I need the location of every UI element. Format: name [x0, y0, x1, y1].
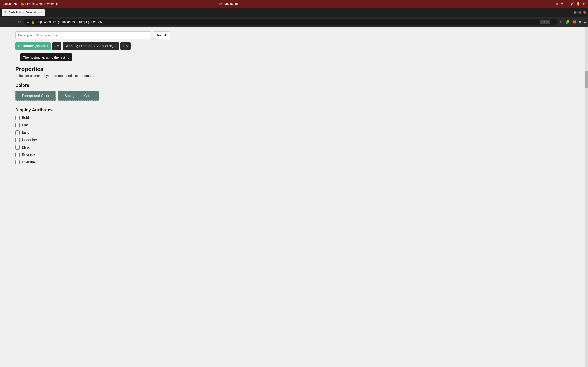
checkbox-italic-row: Italic	[15, 130, 573, 135]
paste-input[interactable]	[15, 32, 151, 39]
hamburger-menu-icon[interactable]: ≡	[584, 20, 586, 24]
maximize-button[interactable]: □	[578, 11, 581, 14]
shield-icon: 🛡	[26, 20, 30, 24]
overline-checkbox[interactable]	[15, 160, 20, 165]
url-right-icons: ⊛ 🧩 🦊 » ≡	[560, 20, 586, 24]
background-color-button[interactable]: Background Color	[58, 91, 99, 101]
chip-dash-close[interactable]: ×	[57, 44, 59, 48]
url-input[interactable]	[37, 20, 538, 24]
scrollbar-thumb[interactable]	[585, 71, 588, 88]
tooltip-box: The hostname, up to the first '.'.	[20, 53, 72, 61]
reverse-checkbox[interactable]	[15, 153, 20, 157]
color-buttons-row: Foreground Color Background Color	[15, 91, 573, 101]
clock: 15. Nov 02:16	[219, 2, 238, 6]
bold-checkbox[interactable]	[15, 116, 20, 120]
chip-workdir-label: Working Directory (Basename)	[65, 44, 113, 48]
menu-arrow-icon[interactable]: ▼	[582, 2, 585, 6]
checkbox-reverse-row: Reverse	[15, 153, 573, 157]
chip-dash[interactable]: - ×	[52, 42, 62, 50]
checkbox-overline-row: Overline	[15, 160, 573, 165]
checkbox-bold-row: Bold	[15, 116, 573, 120]
forward-button[interactable]: →	[10, 19, 15, 25]
page-content: Import Hostname (short) × - × Working Di…	[0, 27, 588, 367]
underline-label: Underline	[22, 138, 37, 142]
chip-workdir[interactable]: Working Directory (Basename) ×	[63, 42, 119, 50]
close-button[interactable]: ×	[583, 11, 586, 14]
chips-row: Hostname (short) × - × Working Directory…	[15, 42, 573, 50]
chip-workdir-close[interactable]: ×	[115, 44, 116, 48]
tab-title: Bash Prompt Generat…	[8, 11, 39, 14]
more-tools-icon[interactable]: »	[579, 20, 581, 24]
checkbox-dim-row: Dim	[15, 123, 573, 127]
underline-checkbox[interactable]	[15, 138, 20, 142]
scrollbar[interactable]	[585, 27, 588, 367]
lock-icon: 🔒	[31, 20, 35, 24]
checkbox-underline-row: Underline	[15, 138, 573, 142]
checkbox-blink-row: Blink	[15, 145, 573, 150]
new-tab-button[interactable]: +	[45, 10, 51, 15]
reverse-label: Reverse	[22, 153, 35, 157]
dim-label: Dim	[22, 123, 28, 127]
reload-button[interactable]: ↻	[17, 19, 22, 25]
zoom-badge[interactable]: 110%	[540, 20, 550, 24]
dim-checkbox[interactable]	[15, 123, 20, 127]
colors-heading: Colors	[15, 83, 573, 88]
browser-chrome: $. Bash Prompt Generat… × + — □ × ← → ↻ …	[0, 8, 588, 27]
bold-label: Bold	[22, 116, 29, 120]
chip-gt-label: >	[123, 44, 125, 48]
tooltip-text: The hostname, up to the first '.'.	[23, 56, 69, 59]
blink-label: Blink	[22, 145, 30, 150]
url-bar: ← → ↻ 🛡 🔒 110% ☆ ⊛ 🧩 🦊 » ≡	[0, 17, 588, 27]
url-input-wrap[interactable]: 🛡 🔒 110% ☆	[24, 19, 558, 25]
properties-subtext: Select an element of your prompt to edit…	[15, 74, 573, 78]
display-icon[interactable]: ⊞	[566, 2, 568, 6]
chip-hostname[interactable]: Hostname (short) ×	[15, 42, 51, 50]
chip-gt[interactable]: > ×	[120, 42, 131, 50]
minimize-button[interactable]: —	[574, 11, 577, 14]
tab-favicon: $.	[4, 11, 7, 14]
italic-checkbox[interactable]	[15, 130, 20, 135]
firefox-os-icon: 🦊	[20, 2, 24, 6]
battery-icon[interactable]: 🔋	[576, 2, 580, 6]
extensions-icon[interactable]: 🧩	[565, 20, 570, 24]
tab-close-button[interactable]: ×	[41, 11, 42, 14]
blink-checkbox[interactable]	[15, 145, 20, 150]
bookmark-icon[interactable]: ☆	[552, 20, 555, 24]
system-icons: ⇅ ▼ ⊞ 🔊 🔋 ▼	[556, 2, 585, 6]
italic-label: Italic	[22, 131, 29, 134]
chip-hostname-label: Hostname (short)	[18, 44, 45, 48]
activities-label[interactable]: Aktivitäten	[3, 2, 17, 6]
dropdown-icon[interactable]: ▼	[561, 2, 563, 6]
paste-row: Import	[15, 32, 573, 39]
chip-gt-close[interactable]: ×	[126, 44, 128, 48]
import-button[interactable]: Import	[153, 32, 170, 39]
firefox-icon[interactable]: 🦊	[572, 20, 577, 24]
display-attributes-section: Display Attributes Bold Dim Italic Under…	[15, 108, 573, 165]
os-browser-title[interactable]: 🦊 Firefox Web Browser ▼	[20, 2, 58, 6]
tab-bar: $. Bash Prompt Generat… × + — □ ×	[0, 8, 588, 17]
chip-hostname-close[interactable]: ×	[46, 44, 48, 48]
foreground-color-button[interactable]: Foreground Color	[15, 91, 56, 101]
pocket-icon[interactable]: ⊛	[560, 20, 563, 24]
back-button[interactable]: ←	[2, 19, 8, 25]
os-bar: Aktivitäten 🦊 Firefox Web Browser ▼ 15. …	[0, 0, 588, 8]
chip-dash-label: -	[55, 44, 56, 48]
active-tab[interactable]: $. Bash Prompt Generat… ×	[2, 8, 45, 16]
display-attrs-heading: Display Attributes	[15, 108, 573, 113]
window-controls: — □ ×	[574, 11, 586, 14]
overline-label: Overline	[22, 160, 35, 164]
network-icon[interactable]: ⇅	[556, 2, 558, 6]
properties-heading: Properties	[15, 66, 573, 73]
volume-icon[interactable]: 🔊	[571, 2, 574, 6]
